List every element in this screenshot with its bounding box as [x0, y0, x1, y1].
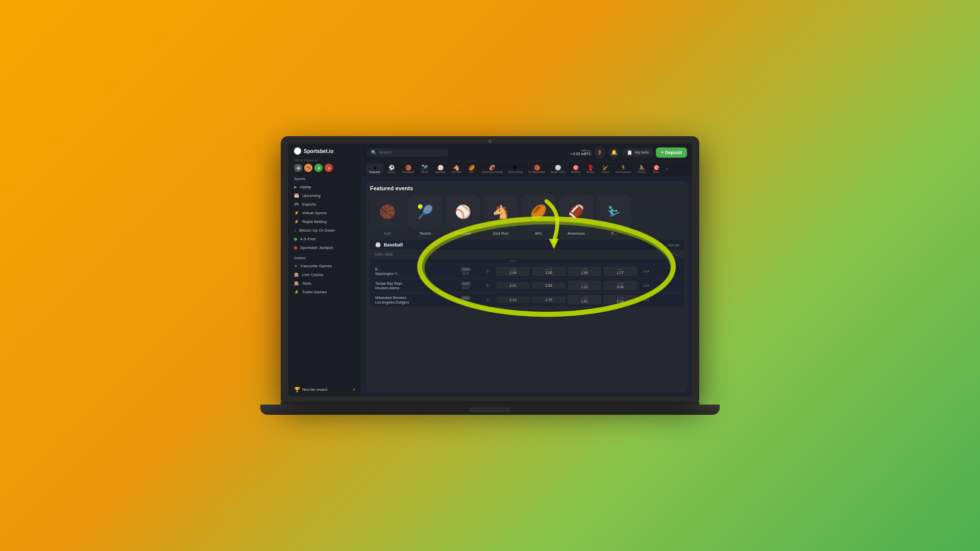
game3-odds1-value: 2.12 [499, 298, 527, 302]
jackpot-label: Sportsbet Jackpot [300, 245, 333, 250]
th-spread2 [567, 260, 602, 263]
basketball-icon: 🏀 [405, 165, 411, 170]
nav-upcoming[interactable]: 📅 Upcoming [288, 191, 361, 200]
search-bar[interactable]: 🔍 [367, 148, 449, 157]
game3-teams: Milwaukee Brewers Los Angeles Dodgers [375, 296, 452, 304]
search-input[interactable] [379, 150, 445, 155]
tab-biathlon[interactable]: 🎯 Biathlon [569, 163, 583, 175]
tab-boxing[interactable]: 🥊 Boxing [583, 163, 598, 175]
game1-more[interactable]: +154 [638, 270, 653, 273]
cat-item-zedrun[interactable]: 🐴 Zed Run [483, 194, 518, 236]
laptop-base [260, 405, 720, 415]
fav-icon: ★ [294, 264, 298, 268]
nav-bitcoin[interactable]: ↕ Bitcoin Up Or Down [288, 226, 361, 235]
game2-odds1[interactable]: 2.01 [496, 282, 530, 289]
cat-item-afl[interactable]: 🏉 AFL [521, 194, 556, 236]
game3-odds1[interactable]: 2.12 [496, 296, 530, 303]
game1-odds2-value: 1.66 [534, 271, 563, 274]
soccer-label: Soccer [387, 170, 396, 173]
cat-icon-zedrun: 🐴 [483, 194, 518, 229]
tab-tennis[interactable]: 🎾 Tennis [417, 163, 432, 175]
btc-icon-btn[interactable]: ₿ [594, 147, 605, 158]
game2-more[interactable]: +153 [638, 284, 653, 287]
nav-turbo[interactable]: ⚡ Turbo Games [288, 288, 361, 296]
nav-inplay[interactable]: ▶ Inplay [288, 183, 361, 191]
game1-odds1[interactable]: (+1.5) 2.04 [496, 266, 530, 276]
sports-section-title: Sports [288, 175, 361, 183]
game2-odds3[interactable]: (+1.5) 1.31 [568, 281, 601, 290]
nav-rapid[interactable]: ⚡ Rapid Betting [288, 217, 361, 226]
cat-icon-afl: 🏉 [521, 194, 556, 229]
nav-live-casino[interactable]: 🎰 Live Casino [288, 270, 361, 279]
deposit-btn[interactable]: + Deposit [656, 147, 687, 158]
balance-area: kMfune ≈ 0.00 mBTC [570, 149, 591, 156]
tab-more-btn[interactable]: › [664, 165, 670, 173]
game1-odds3[interactable]: +9.5 1.90 [568, 266, 601, 276]
game3-team1: Milwaukee Brewers [375, 296, 452, 299]
bitcoin-icon: ↕ [294, 228, 296, 233]
biathlon-icon: 🎯 [573, 165, 579, 170]
game1-odds4[interactable]: +9.5 1.77 [603, 266, 637, 276]
game-row-2: Tampa Bay Rays Houston Astros 15/08 01:1… [370, 279, 684, 293]
tab-featured[interactable]: ★ Featured [366, 163, 383, 175]
tab-crosscountry[interactable]: 🏃 Cross-country [613, 163, 634, 175]
nav-slots[interactable]: 🎰 Slots [288, 279, 361, 288]
nav-jackpot[interactable]: Sportsbet Jackpot [288, 243, 361, 252]
tab-zedrun[interactable]: 🐴 Zed Run [449, 163, 464, 175]
expand-icon[interactable]: ⌄ [666, 252, 669, 257]
game3-odds3[interactable]: (+1.5) 1.61 [568, 295, 601, 305]
partner-logo-4: ⚡ [325, 164, 333, 172]
game3-odds2[interactable]: 1.75 [532, 296, 566, 303]
tab-afl[interactable]: 🏉 AFL [464, 163, 479, 175]
nav-favourite[interactable]: ★ Favourite Games [288, 262, 361, 270]
tab-american-football[interactable]: 🏈 American Football [479, 163, 505, 175]
tab-soccer[interactable]: ⚽ Soccer [384, 163, 399, 175]
laptop-base-wrap [260, 402, 720, 415]
3x3-icon: 🏀 [534, 165, 540, 170]
game3-odds4[interactable]: (+1.5) 2.14 [603, 295, 637, 305]
bell-icon-btn[interactable]: 🔔 [608, 147, 620, 158]
cat-item-partial[interactable]: 🏀 ball [370, 194, 405, 236]
nav-esports[interactable]: 🎮 Esports [288, 200, 361, 209]
biathlon-label: Biathlon [571, 170, 580, 173]
cat-label-afl: AFL [535, 231, 543, 236]
tab-basketball[interactable]: 🏀 Basketball [400, 163, 416, 175]
sport-tabs: ★ Featured ⚽ Soccer 🏀 Basketball 🎾 [362, 162, 692, 177]
reward-section[interactable]: 🏆 Next tier reward ↗ [288, 383, 361, 396]
game2-odds4[interactable]: (-2.5) 3.04 [603, 281, 637, 290]
crosscountry-icon: 🏃 [620, 165, 626, 170]
tab-darts[interactable]: 🎯 Darts [649, 163, 664, 175]
cricket-label: Cricket [601, 170, 609, 173]
tab-beach-volley[interactable]: 🏐 Beach Volley [548, 163, 568, 175]
logo-area[interactable]: Sportsbet.io [288, 143, 361, 159]
afl-icon: 🏉 [469, 165, 475, 170]
nav-virtual[interactable]: ⚡ Virtual Sports [288, 209, 361, 217]
cat-item-baseball[interactable]: ⚾ Baseball [446, 194, 480, 236]
tennis-icon: 🎾 [422, 165, 428, 170]
tab-alpine[interactable]: ⛷ Alpine Skiing [505, 163, 525, 175]
tab-cycling[interactable]: 🚴 Cycling [634, 163, 649, 175]
league-count: 7 [672, 253, 674, 256]
game3-odds4-value: 2.14 [606, 299, 634, 303]
th-time [452, 260, 480, 263]
tab-cricket[interactable]: 🏏 Cricket [598, 163, 612, 175]
see-all-link[interactable]: See all [668, 243, 679, 247]
topbar: 🔍 kMfune ≈ 0.00 mBTC ₿ 🔔 📋 My bets [362, 143, 692, 162]
game2-odds2[interactable]: 1.83 [532, 282, 566, 289]
content-area: Featured events 🏀 ball 🎾 [362, 177, 692, 396]
tab-baseball[interactable]: ⚾ Baseball [433, 163, 448, 175]
nav-443free[interactable]: 4-3-Free [288, 235, 361, 243]
boxing-label: Boxing [586, 170, 594, 173]
game3-score: 0 [480, 298, 495, 302]
my-bets-btn[interactable]: 📋 My bets [623, 148, 653, 157]
cat-item-tennis[interactable]: 🎾 Tennis [408, 194, 443, 236]
tab-3x3[interactable]: 🏀 3x3 Basketball [526, 163, 548, 175]
game3-more[interactable]: +152 [638, 298, 653, 302]
game1-odds2[interactable]: (+1.5) 1.66 [532, 266, 566, 276]
league-expand2[interactable]: ⌄ [675, 252, 679, 257]
featured-title: Featured events [370, 185, 413, 191]
cat-item-american[interactable]: 🏈 American [559, 194, 594, 236]
slots-icon: 🎰 [294, 281, 299, 286]
cat-item-skiing[interactable]: ⛷ F... [597, 194, 631, 236]
sport-category-row: 🏀 ball 🎾 Tennis ⚾ Baseball [370, 194, 684, 236]
